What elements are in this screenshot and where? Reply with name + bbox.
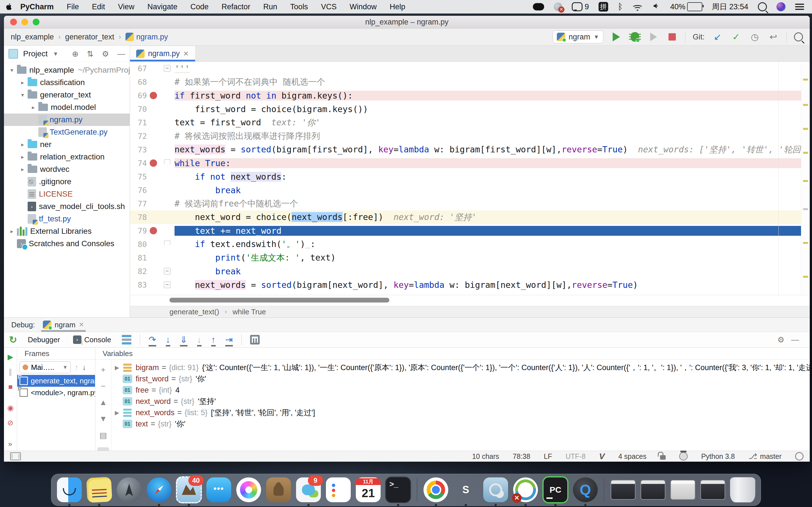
step-into-button[interactable]: ↓ (166, 335, 170, 344)
code-line-68[interactable]: 68# 如果第一个词不在词典中 随机选一个 (130, 75, 810, 89)
fold-collapse-icon[interactable]: − (164, 65, 170, 72)
breadcrumb-project[interactable]: nlp_example (11, 33, 54, 41)
code-line-81[interactable]: 81 print('生成文本: ', text) (130, 251, 810, 265)
fold-marker[interactable] (160, 159, 174, 167)
thread-select[interactable]: Mai….. ▼ (19, 361, 71, 373)
line-number[interactable]: 77 (130, 200, 147, 208)
dock-item-calendar[interactable]: 11月21 (355, 477, 381, 503)
reminders-icon[interactable] (326, 477, 351, 502)
fold-tag-icon[interactable] (164, 159, 170, 167)
tree-item-nlp-example[interactable]: ▾nlp_example~/PycharmProjects (4, 64, 130, 76)
variable-row-bigram[interactable]: ▶bigram={dict: 91}{'这': Counter({'一生': 1… (111, 362, 810, 373)
menu-item-navigate[interactable]: Navigate (147, 3, 177, 11)
line-number[interactable]: 74 (130, 159, 147, 168)
dock-item-quicktime[interactable]: Q (572, 477, 598, 503)
unlock-indicator[interactable] (660, 453, 666, 460)
dock-item-sublime-text[interactable]: S (453, 477, 479, 503)
spotlight-icon[interactable] (758, 2, 767, 11)
status-item-78-38[interactable]: 78:38 (513, 452, 530, 460)
code-line-84[interactable]: 84 (130, 291, 810, 295)
tree-arrow-icon[interactable]: ▸ (17, 141, 28, 148)
dock-item-contacts[interactable] (266, 477, 292, 503)
line-number[interactable]: 71 (130, 118, 147, 127)
search-everywhere-button[interactable] (794, 33, 803, 41)
tree-arrow-icon[interactable]: ▸ (28, 104, 38, 111)
code-text[interactable]: break (174, 267, 810, 276)
tree-item-relation-extraction[interactable]: ▸relation_extraction (4, 151, 130, 163)
code-text[interactable]: # 如果第一个词不在词典中 随机选一个 (174, 76, 810, 88)
menu-item-refactor[interactable]: Refactor (221, 3, 250, 11)
horizontal-scrollbar[interactable] (130, 295, 810, 306)
debug-settings-icon[interactable]: ⚙ (777, 335, 784, 344)
code-style-hector-indicator[interactable] (679, 452, 688, 460)
status-circle-indicator[interactable] (795, 452, 804, 460)
code-line-80[interactable]: 80 if text.endswith('。') : (130, 237, 810, 251)
tree-item-textgenerate-py[interactable]: TextGenerate.py (4, 126, 130, 138)
code-text[interactable]: text += next_word (174, 226, 810, 236)
menu-item-pycharm[interactable]: PyCharm (20, 3, 54, 11)
bluetooth-icon[interactable]: ᛒ (618, 2, 623, 11)
code-text[interactable]: print('生成文本: ', text) (174, 252, 810, 264)
git-branch-indicator[interactable]: ⎇master (748, 452, 781, 461)
code-text[interactable]: if not next_words: (174, 172, 810, 182)
trash-icon[interactable] (730, 477, 755, 503)
force-step-into-button[interactable]: ⇓ (180, 335, 188, 344)
dock-item-minimized-window-3[interactable] (670, 477, 696, 503)
pycharm-icon[interactable]: PC (543, 476, 568, 503)
close-tab-icon[interactable]: ✕ (183, 50, 189, 58)
dock-item-trash[interactable] (730, 477, 756, 503)
status-item-lf[interactable]: LF (544, 452, 552, 460)
menu-item-tools[interactable]: Tools (290, 3, 308, 11)
tab-console[interactable]: › Console (71, 335, 113, 344)
line-number[interactable]: 67 (130, 64, 147, 73)
tree-arrow-icon[interactable]: ▸ (17, 154, 28, 160)
menu-item-code[interactable]: Code (190, 3, 209, 11)
tree-arrow-icon[interactable]: ▸ (7, 228, 17, 235)
status-item-utf-8[interactable]: UTF-8 (566, 452, 586, 460)
variable-row-next_word[interactable]: 01next_word={str}'坚持' (111, 396, 810, 407)
breakpoint-gutter[interactable] (147, 159, 160, 167)
dock-item-chrome[interactable] (423, 477, 449, 503)
restore-layout-icon[interactable] (10, 452, 21, 460)
line-number[interactable]: 75 (130, 172, 147, 181)
variable-row-next_words[interactable]: ▶next_words={list: 5}['坚持', '转世', '轮回', … (111, 407, 810, 418)
tree-item-generator-text[interactable]: ▾generator_text (4, 89, 130, 101)
code-line-79[interactable]: 79 text += next_word (130, 224, 810, 237)
scrollbar-thumb[interactable] (169, 298, 389, 302)
rerun-debug-button[interactable]: ↻ (9, 334, 17, 345)
breakpoint-icon[interactable] (150, 227, 157, 234)
pause-program-button[interactable]: ∥ (9, 368, 12, 376)
tree-item-tf-test-py[interactable]: tf_test.py (4, 213, 130, 225)
wifi-icon[interactable] (632, 3, 643, 11)
code-text[interactable]: while True: (174, 158, 810, 168)
menu-item-window[interactable]: Window (350, 3, 377, 11)
breakpoint-icon[interactable] (150, 92, 157, 99)
tree-arrow-icon[interactable]: ▾ (17, 92, 28, 98)
tree-item-save-model-cli-tools-sh[interactable]: ›save_model_cli_tools.sh (4, 200, 130, 213)
run-to-cursor-button[interactable]: ⇥ (225, 335, 233, 344)
tree-arrow-icon[interactable]: ▸ (17, 79, 28, 86)
code-text[interactable]: text = first_word text: '你' (174, 117, 810, 128)
editor-tab-ngram[interactable]: ngram.py ✕ (130, 46, 195, 61)
dock-item-minimized-window-4[interactable] (700, 477, 726, 503)
resume-program-button[interactable]: ▶ (8, 353, 13, 361)
menubar-clock[interactable]: 周日 23:54 (712, 2, 748, 12)
tree-item-ngram-py[interactable]: ngram.py (4, 114, 130, 126)
tree-item-ner[interactable]: ▸ner (4, 138, 130, 151)
mute-breakpoints-button[interactable]: ⊘ (7, 418, 13, 427)
dock-item-reminders[interactable] (325, 477, 351, 503)
line-number[interactable]: 72 (130, 132, 147, 140)
debug-session-tab[interactable]: ngram ✕ (41, 318, 86, 332)
dock-item-mail[interactable]: 40 (176, 477, 202, 503)
line-number[interactable]: 80 (130, 240, 147, 249)
layout-options-icon[interactable] (122, 335, 132, 344)
stickies-icon[interactable] (86, 477, 112, 503)
status-item-python-3-8[interactable]: Python 3.8 (701, 452, 735, 460)
step-out-button[interactable]: ↑ (211, 335, 216, 344)
breadcrumb-function[interactable]: generate_text() (169, 307, 219, 316)
variable-row-first_word[interactable]: 01first_word={str}'你' (111, 373, 810, 385)
dock-item-minimized-window-1[interactable] (610, 477, 636, 503)
line-number[interactable]: 78 (130, 213, 147, 222)
dock-item-pycharm[interactable]: PC (543, 477, 568, 503)
calendar-icon[interactable]: 11月21 (356, 477, 380, 502)
